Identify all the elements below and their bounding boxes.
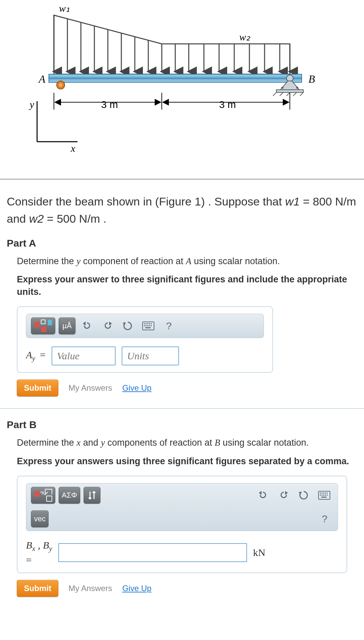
part-b-answer-block: x o ΑΣΦ [17, 476, 347, 573]
part-a-giveup-link[interactable]: Give Up [122, 383, 152, 393]
svg-rect-57 [47, 496, 52, 501]
part-a-answer-row: Ay = [26, 346, 264, 365]
part-b-giveup-link[interactable]: Give Up [122, 584, 152, 593]
svg-rect-46 [149, 323, 150, 324]
part-a-toolbar: µÅ ? [26, 314, 264, 338]
part-b-hint: Express your answers using three signifi… [17, 455, 357, 467]
part-b-myanswers[interactable]: My Answers [68, 584, 112, 593]
stmt-text-1: Consider the beam shown in (Figure 1) . … [7, 195, 285, 208]
part-divider [0, 408, 364, 409]
label-B: B [308, 73, 315, 85]
svg-text:o: o [40, 490, 42, 494]
svg-rect-51 [149, 325, 150, 326]
part-b-submit-row: Submit My Answers Give Up [17, 580, 357, 597]
axis-y: y [29, 99, 34, 110]
svg-rect-50 [147, 325, 148, 326]
figure-area: w₁ w₂ A B 3 m 3 m y x [0, 0, 364, 169]
vec-icon[interactable]: vec [31, 510, 49, 527]
svg-rect-65 [322, 495, 323, 496]
svg-line-27 [280, 92, 283, 96]
reset-icon[interactable] [119, 317, 136, 334]
part-a-hint: Express your answer to three significant… [17, 273, 357, 298]
svg-rect-39 [41, 320, 45, 324]
part-a-value-input[interactable] [52, 346, 116, 365]
part-a-block: Part A Determine the y component of reac… [7, 238, 357, 396]
part-a-units-input[interactable] [122, 346, 179, 365]
part-a-lhs: Ay = [26, 349, 46, 363]
part-b-unit: kN [253, 547, 266, 558]
part-b-lhs: Bx , By [26, 539, 52, 553]
svg-rect-67 [325, 495, 326, 496]
svg-rect-48 [144, 325, 145, 326]
undo-icon[interactable] [79, 317, 96, 334]
divider [0, 179, 364, 179]
stmt-w1: w1 [285, 195, 300, 208]
svg-point-21 [59, 83, 62, 87]
reset-icon[interactable] [295, 487, 312, 504]
svg-line-30 [300, 92, 303, 96]
svg-rect-38 [34, 322, 40, 327]
svg-rect-43 [144, 323, 145, 324]
help-icon[interactable]: ? [160, 317, 177, 334]
keyboard-icon[interactable] [315, 487, 333, 504]
part-a-myanswers[interactable]: My Answers [68, 383, 112, 393]
svg-rect-62 [325, 493, 326, 494]
part-b-answer-row: Bx , By = kN [26, 539, 338, 566]
svg-rect-66 [323, 495, 324, 496]
part-b-eq: = [26, 554, 32, 566]
svg-rect-68 [327, 495, 328, 496]
svg-line-28 [286, 92, 290, 96]
part-b-value-input[interactable] [58, 543, 247, 562]
axis-x: x [70, 143, 75, 154]
svg-rect-49 [146, 325, 147, 326]
redo-icon[interactable] [275, 487, 292, 504]
keyboard-icon[interactable] [140, 317, 157, 334]
svg-rect-61 [323, 493, 324, 494]
part-a-submit-row: Submit My Answers Give Up [17, 380, 357, 396]
svg-point-25 [296, 87, 298, 89]
svg-rect-59 [320, 493, 321, 494]
svg-rect-41 [48, 320, 52, 325]
label-A: A [38, 73, 46, 85]
stmt-w2: w2 [29, 212, 43, 225]
redo-icon[interactable] [99, 317, 116, 334]
units-icon[interactable]: µÅ [59, 317, 75, 334]
updown-icon[interactable] [84, 487, 100, 504]
problem-statement: Consider the beam shown in (Figure 1) . … [0, 190, 364, 238]
template-icon[interactable]: x o [31, 487, 55, 504]
part-a-submit-button[interactable]: Submit [17, 380, 58, 396]
svg-rect-53 [145, 327, 151, 328]
part-b-block: Part B Determine the x and y components … [7, 419, 357, 597]
svg-point-24 [281, 87, 283, 89]
help-icon[interactable]: ? [316, 510, 333, 527]
part-b-title: Part B [7, 419, 357, 430]
part-b-submit-button[interactable]: Submit [17, 580, 58, 597]
svg-line-26 [273, 92, 276, 96]
svg-line-29 [293, 92, 297, 96]
undo-icon[interactable] [255, 487, 272, 504]
label-w1: w₁ [59, 7, 70, 14]
part-b-prompt: Determine the x and y components of reac… [17, 437, 357, 449]
beam-figure-svg: w₁ w₂ A B 3 m 3 m y x [20, 7, 324, 159]
greek-icon[interactable]: ΑΣΦ [59, 487, 80, 504]
stmt-text-3: = 500 N/m . [44, 212, 107, 225]
dim-2: 3 m [219, 99, 236, 110]
svg-rect-60 [322, 493, 323, 494]
svg-rect-44 [146, 323, 147, 324]
label-w2: w₂ [239, 31, 250, 43]
svg-rect-23 [276, 90, 303, 92]
part-a-prompt: Determine the y component of reaction at… [17, 255, 357, 267]
part-b-toolbar: x o ΑΣΦ [26, 483, 338, 531]
svg-rect-40 [41, 327, 47, 332]
svg-rect-45 [147, 323, 148, 324]
part-a-title: Part A [7, 238, 357, 249]
svg-rect-64 [320, 495, 321, 496]
svg-rect-54 [34, 491, 40, 497]
svg-rect-63 [327, 493, 328, 494]
dim-1: 3 m [101, 99, 118, 110]
part-a-answer-block: µÅ ? Ay = [17, 306, 273, 373]
svg-rect-69 [321, 497, 327, 498]
template-icon[interactable] [31, 317, 55, 334]
svg-rect-52 [151, 325, 152, 326]
svg-rect-47 [151, 323, 152, 324]
